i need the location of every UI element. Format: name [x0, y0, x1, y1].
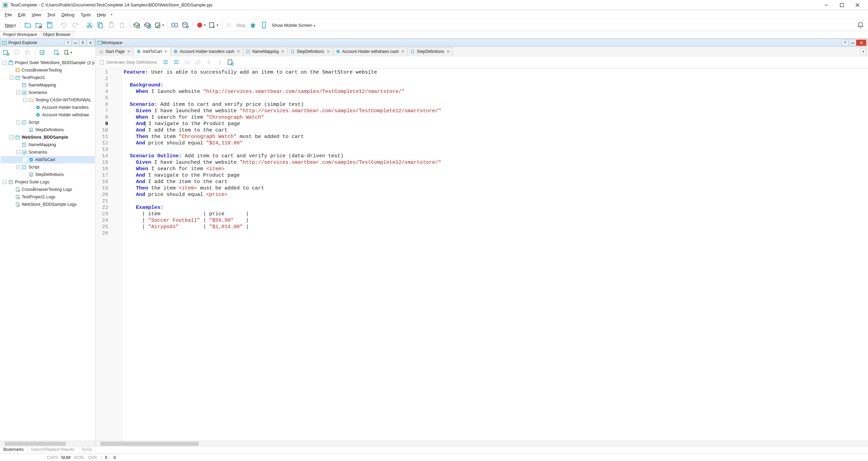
tree-item[interactable]: TestProject1 Logs [1, 193, 95, 201]
menu-file[interactable]: File [2, 12, 15, 18]
restore-icon[interactable]: ▭ [849, 40, 856, 46]
menu-tools[interactable]: Tools [78, 12, 93, 18]
tab-project-workspace[interactable]: Project Workspace [0, 31, 40, 38]
file-tab[interactable]: Account Holder withdraws cash✕ [333, 47, 408, 56]
save-all-button[interactable] [45, 20, 54, 30]
debug-button[interactable] [248, 20, 258, 30]
add-item-button[interactable] [132, 20, 141, 30]
show-hidden-button[interactable] [182, 58, 192, 67]
collapse-icon[interactable]: − [16, 150, 20, 154]
undo-button[interactable] [59, 20, 69, 30]
file-tab-close-icon[interactable]: ✕ [163, 49, 168, 54]
outdent-button[interactable] [172, 58, 181, 67]
collapse-icon[interactable]: − [9, 76, 14, 80]
file-tab-close-icon[interactable]: ✕ [326, 49, 331, 54]
indent-button[interactable] [161, 58, 170, 67]
file-tab[interactable]: AddToCart✕ [134, 47, 171, 56]
tab-bookmarks[interactable]: Bookmarks [0, 446, 27, 454]
tree-item[interactable]: StepDefinitions [1, 171, 95, 178]
add-project-button[interactable] [1, 48, 11, 57]
notifications-icon[interactable] [856, 20, 865, 30]
stop-button[interactable]: Stop [235, 20, 247, 30]
tree-item[interactable]: −Scenarios [1, 148, 95, 156]
tree-item[interactable]: −Script [1, 163, 95, 171]
verify-button[interactable]: ▾ [154, 20, 165, 30]
file-tab[interactable]: StepDefinitions✕ [408, 47, 453, 56]
menu-view[interactable]: View [29, 12, 44, 18]
collapse-icon[interactable]: − [16, 91, 20, 95]
editor-settings-button[interactable] [226, 58, 235, 67]
collapse-icon[interactable]: − [23, 98, 27, 102]
tree-item[interactable]: −Project Suite 'WebStore_BDDSample' (2 p [1, 59, 95, 66]
horizontal-scrollbar[interactable] [0, 441, 95, 446]
collapse-icon[interactable]: − [3, 61, 7, 65]
collapse-icon[interactable]: − [3, 180, 7, 184]
tree-item[interactable]: −Scenarios [1, 89, 95, 96]
tree-item[interactable]: Account Holder transfers [1, 104, 95, 111]
new-button[interactable]: New▾ [3, 20, 18, 30]
close-button[interactable] [850, 0, 865, 10]
tree-item[interactable]: −Testing CASH WITHDRAWAL [1, 96, 95, 104]
menu-overflow-icon[interactable]: ▾ [111, 13, 113, 16]
minimize-button[interactable] [818, 0, 834, 10]
restore-icon[interactable]: ▭ [72, 40, 79, 46]
file-tab[interactable]: Start Page✕ [97, 47, 134, 56]
file-tab[interactable]: StepDefinitions✕ [288, 47, 333, 56]
new-item-button[interactable] [12, 48, 22, 57]
tree-item[interactable]: NameMapping [1, 81, 95, 89]
menu-test[interactable]: Test [44, 12, 58, 18]
mobile-button[interactable] [259, 20, 269, 30]
run-button[interactable]: ▾ [208, 20, 219, 30]
tree-item[interactable]: −Project Suite Logs [1, 178, 95, 186]
tree-item[interactable]: WebStore_BDDSample Logs [1, 201, 95, 208]
refresh-button[interactable] [38, 48, 47, 57]
tab-object-browser[interactable]: Object Browser [40, 31, 74, 38]
code-area[interactable]: Feature: User is able to successfully ad… [122, 69, 868, 441]
record-button[interactable]: ▾ [195, 20, 206, 30]
pin-icon[interactable]: ⊼ [79, 40, 86, 46]
tree-item[interactable]: −TestProject1 [1, 74, 95, 81]
file-tab[interactable]: Account Holder transfers cash✕ [171, 47, 243, 56]
db-settings-button[interactable] [181, 20, 190, 30]
file-tab-close-icon[interactable]: ✕ [280, 49, 285, 54]
panel-close-icon[interactable]: ✕ [87, 40, 94, 46]
stop-square-button[interactable] [224, 20, 234, 30]
tree-item[interactable]: CrossBrowserTesting Logs [1, 186, 95, 193]
redo-button[interactable] [70, 20, 80, 30]
tree-item[interactable]: CrossBrowserTesting [1, 66, 95, 74]
show-mobile-button[interactable]: Show Mobile Screen ▾ [270, 23, 317, 28]
menu-edit[interactable]: Edit [15, 12, 28, 18]
file-tab-close-icon[interactable]: ✕ [236, 49, 241, 54]
tab-todo[interactable]: To Do [78, 446, 96, 454]
menu-debug[interactable]: Debug [59, 12, 77, 18]
collapse-icon[interactable]: − [16, 165, 20, 169]
delete-button[interactable] [117, 20, 127, 30]
file-tab-close-icon[interactable]: ✕ [446, 49, 451, 54]
db-capture-button[interactable] [170, 20, 179, 30]
workspace-close-icon[interactable]: ✕ [856, 40, 866, 46]
copy-button[interactable] [96, 20, 105, 30]
help-icon[interactable]: ? [842, 40, 848, 46]
project-tree[interactable]: −Project Suite 'WebStore_BDDSample' (2 p… [0, 58, 95, 441]
help-icon[interactable]: ? [64, 40, 71, 46]
nav-back-button[interactable] [204, 58, 214, 67]
run-project-button[interactable] [52, 48, 62, 57]
tree-item[interactable]: NameMapping [1, 141, 95, 148]
open-button[interactable] [23, 20, 33, 30]
maximize-button[interactable] [834, 0, 850, 10]
generate-step-defs-button[interactable]: Generate Step Definitions [97, 58, 159, 67]
tab-search-replace[interactable]: Search/Replace Results [27, 446, 78, 454]
tabs-overflow-icon[interactable]: ▾ [860, 48, 867, 55]
toggle-visibility-button[interactable] [193, 58, 203, 67]
menu-help[interactable]: Help [94, 12, 109, 18]
cut-button[interactable] [85, 20, 94, 30]
file-tab[interactable]: NameMapping✕ [243, 47, 288, 56]
tree-item[interactable]: −WebStore_BDDSample [1, 134, 95, 141]
run-item-button[interactable]: ▾ [63, 48, 73, 57]
code-editor[interactable]: 1234567891011121314151617181920212223242… [96, 68, 868, 441]
file-tab-close-icon[interactable]: ✕ [400, 49, 405, 54]
tree-item[interactable]: Account Holder withdraw [1, 111, 95, 119]
tree-item[interactable]: −Script [1, 119, 95, 126]
close-project-button[interactable] [34, 20, 43, 30]
paste-button[interactable] [106, 20, 116, 30]
